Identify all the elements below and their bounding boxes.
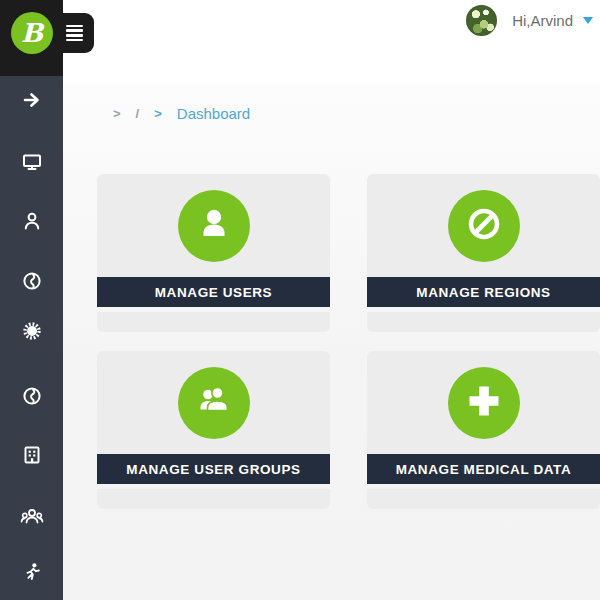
globe-icon xyxy=(21,385,43,407)
card-footer xyxy=(97,489,330,509)
breadcrumb-separator: > xyxy=(113,106,121,121)
sun-burst-icon xyxy=(21,320,43,342)
card-icon-circle xyxy=(178,190,250,262)
card-icon-area xyxy=(97,351,330,454)
card-title: MANAGE USER GROUPS xyxy=(97,454,330,484)
card-icon-circle xyxy=(448,367,520,439)
breadcrumb-current-page[interactable]: Dashboard xyxy=(177,105,250,122)
user-icon xyxy=(192,202,236,250)
card-icon-area xyxy=(97,174,330,277)
breadcrumb-separator: > xyxy=(154,106,162,121)
card-icon-circle xyxy=(178,367,250,439)
sidebar-item-globe[interactable] xyxy=(0,261,63,301)
card-title: MANAGE MEDICAL DATA xyxy=(367,454,600,484)
globe-icon xyxy=(21,270,43,292)
sidebar-item-globe-2[interactable] xyxy=(0,376,63,416)
building-icon xyxy=(21,444,43,466)
breadcrumb: > / > Dashboard xyxy=(113,105,250,122)
user-group-icon xyxy=(192,379,236,427)
card-footer xyxy=(367,312,600,332)
card-title: MANAGE USERS xyxy=(97,277,330,307)
card-icon-area xyxy=(367,174,600,277)
chevron-down-icon[interactable] xyxy=(583,17,593,24)
arrow-right-icon xyxy=(21,89,43,111)
sidebar-item-arrow[interactable] xyxy=(0,80,63,120)
users-group-icon xyxy=(20,505,44,527)
user-avatar[interactable] xyxy=(466,5,497,36)
sidebar-item-monitor[interactable] xyxy=(0,142,63,182)
monitor-icon xyxy=(21,151,43,173)
sidebar-item-building[interactable] xyxy=(0,435,63,475)
user-icon xyxy=(21,210,43,232)
card-manage-regions[interactable]: MANAGE REGIONS xyxy=(367,174,600,332)
breadcrumb-slash: / xyxy=(136,106,140,121)
block-icon xyxy=(462,202,506,250)
app-logo[interactable]: B xyxy=(11,12,53,54)
plus-icon xyxy=(462,379,506,427)
card-manage-users[interactable]: MANAGE USERS xyxy=(97,174,330,332)
card-icon-area xyxy=(367,351,600,454)
user-greeting[interactable]: Hi,Arvind xyxy=(512,12,573,29)
card-title: MANAGE REGIONS xyxy=(367,277,600,307)
sidebar-item-burst[interactable] xyxy=(0,311,63,351)
card-footer xyxy=(97,312,330,332)
sidebar xyxy=(0,0,63,600)
sidebar-item-runner[interactable] xyxy=(0,552,63,592)
content-background xyxy=(63,84,600,600)
user-menu: Hi,Arvind xyxy=(466,5,593,36)
logo-glyph: B xyxy=(21,18,43,48)
sidebar-item-users[interactable] xyxy=(0,496,63,536)
card-manage-medical-data[interactable]: MANAGE MEDICAL DATA xyxy=(367,351,600,509)
card-manage-user-groups[interactable]: MANAGE USER GROUPS xyxy=(97,351,330,509)
runner-icon xyxy=(21,561,43,583)
sidebar-item-user[interactable] xyxy=(0,201,63,241)
card-footer xyxy=(367,489,600,509)
card-icon-circle xyxy=(448,190,520,262)
